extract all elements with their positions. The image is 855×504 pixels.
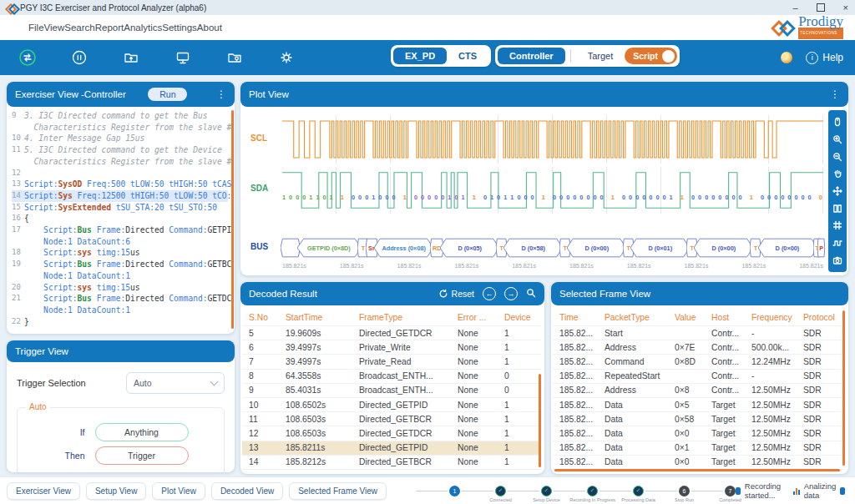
- refresh-icon: [438, 289, 448, 299]
- table-row[interactable]: 15185.8212sDirected_GETDCRNone1: [242, 470, 541, 472]
- signal-chart-icon[interactable]: [832, 237, 843, 248]
- view-tab[interactable]: Selected Frame View: [289, 482, 387, 500]
- selected-frame-hscrollbar[interactable]: [554, 469, 840, 471]
- menu-item[interactable]: Settings: [162, 23, 197, 33]
- view-tab[interactable]: Exerciser View: [7, 482, 80, 500]
- bus-frame[interactable]: D (0×00): [758, 237, 817, 259]
- bus-frame[interactable]: GETPID (0×8D): [297, 237, 362, 259]
- code-line: 17 Script:Bus Frame:Directed Command:GET…: [12, 224, 228, 236]
- table-row[interactable]: 185.82...Data0×5Target12.50MHzSDR: [553, 398, 845, 412]
- search-icon[interactable]: [526, 288, 536, 300]
- table-row[interactable]: 864.3558sBroadcast_ENTH...None0: [242, 370, 541, 384]
- table-row[interactable]: 185.82...Address0×8Contr...12.50MHzSDR: [553, 384, 845, 398]
- menu-item[interactable]: View: [44, 23, 65, 33]
- cursor-icon[interactable]: [832, 117, 843, 128]
- view-tab[interactable]: Plot View: [152, 482, 205, 500]
- line-number: [12, 156, 24, 168]
- mode-tab[interactable]: CTS: [447, 48, 488, 64]
- menu-item[interactable]: About: [197, 23, 222, 33]
- compare-panels-icon[interactable]: [832, 203, 843, 214]
- pan-hand-icon[interactable]: [832, 169, 843, 179]
- table-row[interactable]: 185.82...RepeatedStartContr...-SDR: [553, 370, 845, 384]
- table-cell: Data: [598, 457, 668, 466]
- mode-tab[interactable]: EX_PD: [393, 48, 447, 64]
- bus-frame[interactable]: D (0×58): [503, 237, 563, 259]
- mode-switch: EX_PDCTS: [391, 45, 491, 67]
- table-row[interactable]: 185.82...Data0×0Target12.50MHzSDR: [553, 426, 845, 441]
- then-action-button[interactable]: Trigger: [95, 446, 189, 465]
- zoom-out-icon[interactable]: [832, 151, 843, 162]
- bus-frame[interactable]: D (0×01): [630, 237, 690, 259]
- minimize-button[interactable]: –: [792, 3, 797, 13]
- bus-frame[interactable]: Address (0×08): [374, 237, 433, 259]
- code-line: 15 Script:SysExtended tSU_STA:20 tSU_STO…: [12, 202, 228, 214]
- table-row[interactable]: 519.9609sDirected_GETDCRNone1: [242, 326, 541, 340]
- view-tab[interactable]: Setup View: [86, 482, 146, 500]
- table-row[interactable]: 14185.8212sDirected_GETBCRNone1: [242, 456, 541, 470]
- exerciser-run-icon[interactable]: [18, 48, 37, 67]
- selected-frame-vscrollbar[interactable]: [842, 310, 845, 466]
- role-tab-controller[interactable]: Controller: [498, 48, 565, 64]
- menu-item[interactable]: Search: [64, 23, 94, 33]
- bus-frame[interactable]: D (0×05): [440, 237, 499, 259]
- role-tab-target[interactable]: Target: [576, 48, 625, 64]
- trigger-selection-dropdown[interactable]: Auto: [126, 372, 225, 394]
- table-row[interactable]: 11108.6503sDirected_GETBCRNone1: [242, 412, 541, 426]
- table-row[interactable]: 185.82...StartContr...-SDR: [553, 326, 845, 340]
- next-frame-icon[interactable]: →: [504, 287, 518, 300]
- if-condition-button[interactable]: Anything: [95, 423, 189, 441]
- table-cell: Broadcast_ENTH...: [352, 371, 451, 381]
- maximize-button[interactable]: [817, 3, 825, 12]
- table-cell: Command: [598, 357, 668, 366]
- reset-button[interactable]: Reset: [438, 289, 474, 299]
- run-button[interactable]: Run: [148, 88, 187, 101]
- table-cell: Address: [598, 343, 668, 352]
- kebab-menu-icon[interactable]: ⋮: [216, 88, 226, 100]
- settings-icon[interactable]: [277, 48, 296, 67]
- table-cell: 185.82...: [553, 343, 598, 352]
- table-row[interactable]: 12108.6503sDirected_GETDCRNone1: [242, 426, 541, 441]
- decoded-scrollbar[interactable]: [539, 374, 541, 467]
- bus-frame[interactable]: P: [817, 237, 825, 259]
- zoom-in-icon[interactable]: [832, 134, 843, 144]
- menu-item[interactable]: File: [28, 23, 44, 33]
- brand-icon: [772, 22, 794, 34]
- pause-icon[interactable]: [70, 48, 89, 67]
- table-row[interactable]: 13185.8211sDirected_GETPIDNone1: [242, 441, 541, 456]
- trigger-view-panel: Trigger View Trigger Selection Auto Auto…: [7, 340, 235, 472]
- table-cell: 108.6502s: [279, 401, 352, 410]
- move-icon[interactable]: [832, 185, 843, 196]
- snapshot-camera-icon[interactable]: [832, 255, 843, 265]
- grid-icon[interactable]: [832, 220, 843, 231]
- step-dot: 6: [679, 486, 690, 496]
- bus-frame[interactable]: D (0×00): [694, 237, 753, 259]
- bus-frame[interactable]: D (0×00): [567, 237, 626, 259]
- theme-icon[interactable]: [781, 52, 792, 63]
- bit-group: 0 0 0 0 0 0 0 0: [761, 194, 812, 201]
- table-cell: 185.82...: [553, 415, 598, 424]
- table-row[interactable]: 10108.6502sDirected_GETPIDNone1: [242, 398, 541, 412]
- view-tab[interactable]: Decoded View: [211, 482, 283, 500]
- table-row[interactable]: 185.82...Data0×58Target12.50MHzSDR: [553, 412, 845, 426]
- table-row[interactable]: 185.82...Address0×7EContr...500.00k...SD…: [553, 340, 845, 355]
- waveform-area[interactable]: SCL SDA BUS 1 0 0 0 1 1 0 110 0 0 1 0 0 …: [240, 107, 848, 275]
- code-scrollbar[interactable]: [231, 110, 234, 329]
- display-icon[interactable]: [174, 48, 192, 67]
- table-row[interactable]: 739.4997sPrivate_ReadNone1: [242, 355, 541, 369]
- table-row[interactable]: 985.4031sBroadcast_ENTH...None0: [242, 384, 541, 398]
- menu-item[interactable]: Analytics: [124, 23, 162, 33]
- close-button[interactable]: ×: [843, 3, 848, 13]
- table-row[interactable]: 185.82...Data0×0Target12.50MHzSDR: [553, 456, 845, 470]
- script-toggle[interactable]: Script: [625, 48, 677, 64]
- table-cell: 64.3558s: [279, 371, 352, 381]
- kebab-menu-icon[interactable]: ⋮: [830, 88, 840, 100]
- open-file-icon[interactable]: [122, 48, 140, 67]
- script-editor[interactable]: 9 3. I3C Directed command to get the Bus…: [8, 108, 233, 332]
- table-row[interactable]: 639.4997sPrivate_WriteNone1: [242, 340, 541, 355]
- table-row[interactable]: 185.82...Command0×8DContr...12.24MHzSDR: [553, 355, 845, 369]
- help-button[interactable]: iHelp: [806, 52, 843, 64]
- folder-location-icon[interactable]: [225, 48, 244, 67]
- menu-item[interactable]: Report: [95, 23, 124, 33]
- prev-frame-icon[interactable]: ←: [483, 287, 496, 300]
- table-row[interactable]: 185.82...Data0×1Target12.50MHzSDR: [553, 441, 845, 456]
